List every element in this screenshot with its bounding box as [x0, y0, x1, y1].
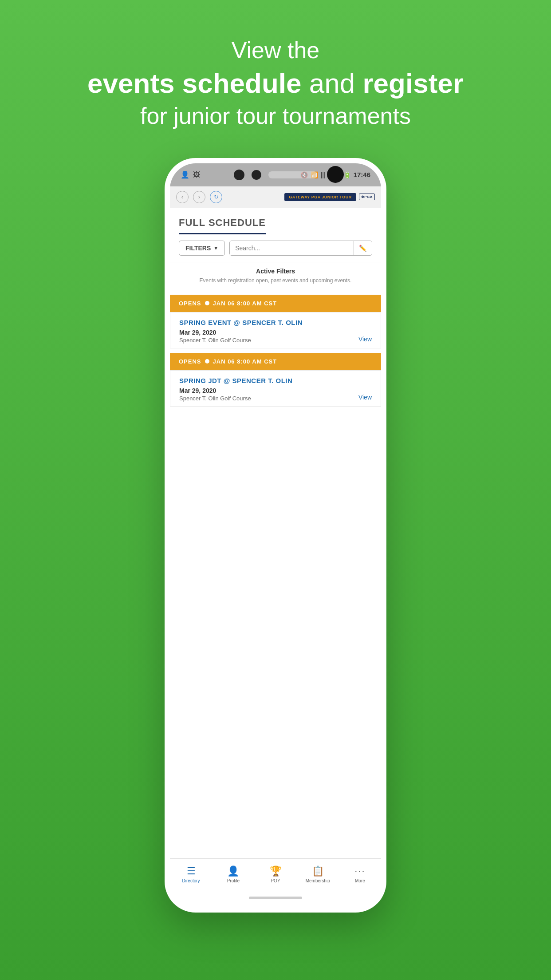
- event-2-view-button[interactable]: View: [358, 394, 372, 401]
- event-1-location: Spencer T. Olin Golf Course: [179, 337, 372, 344]
- status-left-icons: 👤 🖼: [181, 170, 200, 179]
- event-2-location: Spencer T. Olin Golf Course: [179, 395, 372, 402]
- events-list: OPENS JAN 06 8:00 AM CST SPRING EVENT @ …: [170, 290, 381, 858]
- trophy-icon: 🏆: [270, 865, 282, 877]
- phone-notch: [234, 170, 317, 180]
- phone-mockup: 👤 🖼 🔇 📶 ||| 35% 🔋 17:46 ‹ › ↻ GATEWAY PG…: [165, 158, 386, 913]
- active-filters-description: Events with registration open, past even…: [179, 277, 372, 285]
- signal-bars: |||: [321, 171, 326, 178]
- opens-dot-2: [205, 359, 209, 364]
- pga-badge: ⊕PGA: [359, 194, 375, 200]
- search-input[interactable]: [230, 241, 353, 255]
- event-card-1: SPRING EVENT @ SPENCER T. OLIN Mar 29, 2…: [170, 312, 381, 348]
- headline: View the events schedule and register fo…: [87, 36, 464, 131]
- home-button-area: [170, 890, 381, 907]
- opens-label-2: OPENS: [179, 358, 201, 365]
- headline-line1: View the: [87, 36, 464, 66]
- event-2-date: Mar 29, 2020: [179, 387, 372, 394]
- opens-date-2: JAN 06 8:00 AM CST: [213, 358, 277, 365]
- more-icon: ···: [354, 865, 365, 877]
- clock: 17:46: [354, 171, 370, 178]
- filters-button[interactable]: FILTERS ▼: [179, 241, 225, 256]
- profile-icon-status: 👤: [181, 170, 189, 179]
- headline-line3: for junior tour tournaments: [87, 101, 464, 131]
- opens-date-1: JAN 06 8:00 AM CST: [213, 300, 277, 307]
- front-camera-big: [327, 166, 344, 183]
- search-box: ✏️: [229, 241, 372, 256]
- membership-icon: 📋: [312, 865, 324, 877]
- active-filters-section: Active Filters Events with registration …: [170, 262, 381, 290]
- event-1-opens-bar: OPENS JAN 06 8:00 AM CST: [170, 295, 381, 312]
- headline-and: and: [309, 68, 363, 99]
- earpiece-bar: [268, 171, 317, 178]
- back-button[interactable]: ‹: [176, 191, 189, 203]
- refresh-button[interactable]: ↻: [210, 191, 222, 203]
- browser-navigation-bar: ‹ › ↻ GATEWAY PGA JUNIOR TOUR ⊕PGA: [170, 186, 381, 208]
- profile-label: Profile: [227, 878, 240, 883]
- camera-dot-right: [252, 170, 261, 180]
- bottom-navigation: ☰ Directory 👤 Profile 🏆 POY 📋 Membership…: [170, 858, 381, 890]
- image-icon-status: 🖼: [193, 171, 200, 179]
- profile-icon: 👤: [227, 865, 239, 877]
- filter-row: FILTERS ▼ ✏️: [170, 234, 381, 262]
- headline-line2: events schedule and register: [87, 66, 464, 102]
- event-1-view-button[interactable]: View: [358, 336, 372, 343]
- opens-dot-1: [205, 301, 209, 305]
- nav-item-membership[interactable]: 📋 Membership: [297, 859, 339, 890]
- poy-label: POY: [271, 878, 280, 883]
- event-1-date: Mar 29, 2020: [179, 329, 372, 336]
- schedule-title: FULL SCHEDULE: [179, 217, 266, 234]
- filters-label: FILTERS: [185, 245, 211, 252]
- directory-icon: ☰: [187, 865, 196, 877]
- headline-events-schedule: events schedule: [87, 68, 301, 99]
- phone-content-area: FULL SCHEDULE FILTERS ▼ ✏️ Active Filter…: [170, 208, 381, 907]
- search-submit-button[interactable]: ✏️: [353, 241, 372, 255]
- headline-register: register: [362, 68, 463, 99]
- nav-item-directory[interactable]: ☰ Directory: [170, 859, 212, 890]
- logo-text: GATEWAY PGA JUNIOR TOUR: [289, 195, 351, 199]
- camera-dot-left: [234, 170, 244, 180]
- schedule-header: FULL SCHEDULE: [170, 208, 381, 234]
- membership-label: Membership: [306, 878, 330, 883]
- more-label: More: [355, 878, 365, 883]
- active-filters-title: Active Filters: [179, 268, 372, 275]
- home-indicator-bar: [249, 897, 302, 899]
- event-1-name: SPRING EVENT @ SPENCER T. OLIN: [179, 319, 372, 326]
- directory-label: Directory: [182, 878, 200, 883]
- event-card-2: SPRING JDT @ SPENCER T. OLIN Mar 29, 202…: [170, 370, 381, 407]
- nav-item-more[interactable]: ··· More: [339, 859, 381, 890]
- nav-item-profile[interactable]: 👤 Profile: [212, 859, 254, 890]
- gateway-pga-logo: GATEWAY PGA JUNIOR TOUR: [284, 193, 356, 201]
- event-2-name: SPRING JDT @ SPENCER T. OLIN: [179, 377, 372, 384]
- forward-button[interactable]: ›: [193, 191, 205, 203]
- chevron-down-icon: ▼: [213, 245, 218, 251]
- event-2-opens-bar: OPENS JAN 06 8:00 AM CST: [170, 353, 381, 370]
- battery-icon: 🔋: [343, 171, 351, 178]
- nav-item-poy[interactable]: 🏆 POY: [254, 859, 296, 890]
- opens-label-1: OPENS: [179, 300, 201, 307]
